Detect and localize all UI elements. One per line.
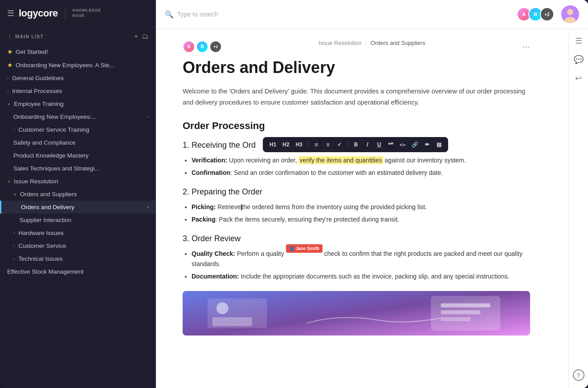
svg-rect-9 xyxy=(441,310,480,314)
document-image xyxy=(183,291,530,335)
heading-review: 3. Order Review xyxy=(183,234,530,243)
breadcrumb: Issue Resolution › Orders and Suppliers xyxy=(318,40,425,46)
document-intro: Welcome to the 'Orders and Delivery' gui… xyxy=(183,86,530,108)
svg-rect-10 xyxy=(441,317,470,321)
svg-point-5 xyxy=(216,303,229,315)
dot-indicator: • xyxy=(147,115,149,119)
sidebar-item-orders-suppliers[interactable]: ∨ Orders and Suppliers xyxy=(0,188,156,201)
sidebar-comment-icon[interactable]: 💬 xyxy=(574,55,584,65)
section-review: 3. Order Review Quality Check: Perform a… xyxy=(183,234,530,282)
bullet-documentation: Documentation: Include the appropriate d… xyxy=(192,271,530,282)
ft-bold[interactable]: B xyxy=(351,140,361,149)
chevron-right-icon: › xyxy=(13,243,15,248)
ft-code[interactable]: <> xyxy=(397,141,408,149)
sidebar-item-onboarding-starred[interactable]: ★ Onboarding New Employees: A Ste... xyxy=(0,58,156,72)
doc-image-svg xyxy=(183,291,530,335)
text-cursor xyxy=(241,204,242,210)
ft-ordered-list[interactable]: ≡ xyxy=(311,140,321,150)
ft-italic[interactable]: I xyxy=(363,140,372,149)
sidebar-list-icon[interactable]: ☰ xyxy=(575,36,582,46)
svg-rect-6 xyxy=(212,317,252,326)
chevron-down-icon: ∨ xyxy=(13,192,16,197)
sidebar-item-orders-delivery[interactable]: Orders and Delivery • xyxy=(0,201,156,214)
hamburger-icon[interactable]: ☰ xyxy=(7,8,14,18)
breadcrumb-parent[interactable]: Issue Resolution xyxy=(318,40,361,46)
dots-icon: ⋮ xyxy=(7,34,12,40)
sidebar-item-employee-training[interactable]: ∨ Employee Training xyxy=(0,97,156,110)
folder-icon[interactable]: 🗂 xyxy=(142,32,149,40)
ft-table[interactable]: ▤ xyxy=(434,140,444,149)
ft-h1[interactable]: H1 xyxy=(267,140,278,149)
ft-checklist[interactable]: ✓ xyxy=(335,140,344,149)
bullet-verification: Verification: Upon receiving an order, v… xyxy=(192,155,530,166)
section-title: ⋮ MAIN LIST xyxy=(7,34,44,40)
heading-preparing: 2. Preparing the Order xyxy=(183,187,530,197)
ft-sep2 xyxy=(347,141,348,148)
app-subtitle: KNOWLEDGE BASE xyxy=(73,8,101,18)
search-icon: 🔍 xyxy=(165,10,174,19)
main-wrapper: 🔍 Type to search A B +2 xyxy=(156,0,588,388)
ft-h3[interactable]: H3 xyxy=(294,140,305,149)
avatar-group: A B +2 xyxy=(517,7,554,21)
sidebar-item-general-guidelines[interactable]: › General Guidelines xyxy=(0,72,156,85)
sidebar-item-supplier-interaction[interactable]: Supplier Interaction xyxy=(0,214,156,226)
sidebar-item-hardware-issues[interactable]: › Hardware Issues xyxy=(0,226,156,239)
right-sidebar: ☰ 💬 ↩ ? xyxy=(568,29,588,388)
sidebar-item-issue-resolution[interactable]: ∨ Issue Resolution xyxy=(0,175,156,188)
sidebar-header: ☰ logycore KNOWLEDGE BASE xyxy=(0,0,156,27)
format-toolbar: H1 H2 H3 ≡ ≡ ✓ B I U ❝❞ <> xyxy=(263,137,448,152)
add-icon[interactable]: + xyxy=(134,32,138,40)
sidebar-item-technical-issues[interactable]: › Technical Issues xyxy=(0,252,156,265)
ft-quote[interactable]: ❝❞ xyxy=(386,141,396,149)
sidebar-section-header: ⋮ MAIN LIST + 🗂 xyxy=(0,27,156,43)
avatar-count: +2 xyxy=(540,7,554,21)
help-button[interactable]: ? xyxy=(573,369,584,381)
sidebar-item-safety[interactable]: Safety and Compliance xyxy=(0,136,156,149)
document-area: A B +2 Issue Resolution › Orders and Sup… xyxy=(156,29,568,388)
star-icon: ★ xyxy=(7,61,13,69)
ft-link[interactable]: 🔗 xyxy=(409,140,421,149)
sidebar-item-product-knowledge[interactable]: Product Knowledge Mastery xyxy=(0,149,156,162)
sidebar-item-internal-processes[interactable]: › Internal Processes xyxy=(0,85,156,97)
svg-rect-8 xyxy=(441,303,490,307)
svg-point-1 xyxy=(567,9,573,15)
chevron-right-icon: › xyxy=(7,76,8,81)
sidebar-item-onboarding-new[interactable]: Onboarding New Employees:... • xyxy=(0,110,156,123)
section-order-processing: Order Processing xyxy=(183,120,530,132)
sidebar-item-customer-service-training[interactable]: › Customer Service Training xyxy=(0,123,156,136)
section-actions: + 🗂 xyxy=(134,32,149,40)
bullets-preparing: Picking: Retrievethe ordered items from … xyxy=(192,202,530,225)
sidebar-item-sales-techniques[interactable]: Sales Techniques and Strategi... xyxy=(0,162,156,175)
sidebar-item-effective-stock[interactable]: Effective Stock Management xyxy=(0,265,156,278)
sidebar: ☰ logycore KNOWLEDGE BASE ⋮ MAIN LIST + … xyxy=(0,0,156,388)
bullet-quality-check: Quality Check: Perform a quality👤 Jane S… xyxy=(192,249,530,270)
section-preparing: 2. Preparing the Order Picking: Retrieve… xyxy=(183,187,530,225)
app-logo: logycore xyxy=(19,8,58,19)
heading-receiving: 1. Receiving the Ord xyxy=(183,141,256,150)
document-inner: A B +2 Issue Resolution › Orders and Sup… xyxy=(156,29,557,353)
content-area: A B +2 Issue Resolution › Orders and Sup… xyxy=(156,29,588,388)
sidebar-history-icon[interactable]: ↩ xyxy=(575,73,582,83)
document-title: Orders and Delivery xyxy=(183,58,530,77)
doc-avatar-count: +2 xyxy=(209,40,222,53)
highlight-verify: verify the items and quantities xyxy=(298,156,383,164)
logo-divider xyxy=(65,7,65,20)
ft-underline[interactable]: U xyxy=(374,140,384,149)
bullets-review: Quality Check: Perform a quality👤 Jane S… xyxy=(192,249,530,282)
ft-unordered-list[interactable]: ≡ xyxy=(323,140,333,150)
more-options-button[interactable]: ⋯ xyxy=(522,42,530,52)
sidebar-nav: ★ Get Started! ★ Onboarding New Employee… xyxy=(0,43,156,388)
ft-edit[interactable]: ✏ xyxy=(422,140,432,149)
section-receiving: 1. Receiving the Ord H1 H2 H3 ≡ ≡ ✓ xyxy=(183,139,530,178)
chevron-down-icon: ∨ xyxy=(7,101,10,106)
avatar-image xyxy=(561,5,579,23)
search-input[interactable]: Type to search xyxy=(177,11,218,18)
bullet-confirmation: Confirmation: Send an order confirmation… xyxy=(192,168,530,178)
sidebar-item-customer-service[interactable]: › Customer Service xyxy=(0,239,156,252)
ft-h2[interactable]: H2 xyxy=(280,140,291,149)
star-icon: ★ xyxy=(7,48,13,55)
sidebar-item-get-started[interactable]: ★ Get Started! xyxy=(0,45,156,58)
chevron-down-icon: ∨ xyxy=(7,179,10,184)
user-avatar[interactable] xyxy=(561,5,579,23)
doc-avatar-1: A xyxy=(183,40,195,53)
